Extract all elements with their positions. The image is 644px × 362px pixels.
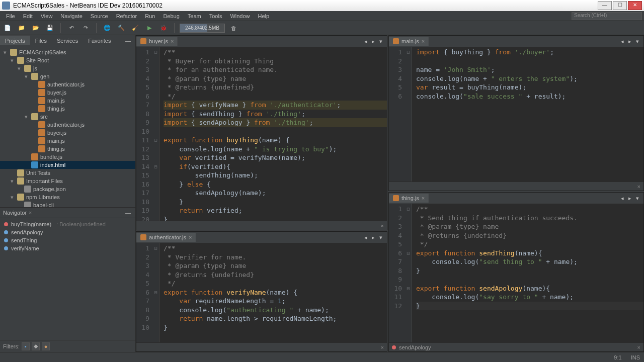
navigator-item[interactable]: verifyName — [0, 244, 135, 252]
file-tab[interactable]: main.js× — [389, 37, 429, 46]
tab-left-icon[interactable]: ◂ — [364, 234, 369, 240]
code-area[interactable]: /** * Buyer for obtaining Thing * for an… — [159, 47, 387, 221]
gc-button[interactable]: 🗑 — [228, 23, 239, 34]
filter-fields-icon[interactable]: ▪ — [22, 342, 30, 350]
menu-source[interactable]: Source — [87, 13, 112, 19]
menu-team[interactable]: Team — [184, 13, 205, 19]
tree-item[interactable]: bundle.js — [0, 153, 135, 161]
project-tree[interactable]: ▾ECMAScript6Sales▾Site Root▾js▾genauthen… — [0, 46, 135, 207]
tree-item[interactable]: main.js — [0, 97, 135, 105]
maximize-button[interactable]: ☐ — [613, 1, 627, 10]
close-tab-icon[interactable]: × — [422, 38, 425, 44]
clean-build-button[interactable]: 🧹 — [130, 23, 141, 34]
menu-window[interactable]: Window — [226, 13, 254, 19]
minimize-panel-icon[interactable]: — — [125, 210, 132, 216]
panel-tab-services[interactable]: Services — [52, 36, 83, 45]
filter-inherited-icon[interactable]: ● — [42, 342, 50, 350]
tree-item[interactable]: main.js — [0, 137, 135, 145]
tab-right-icon[interactable]: ▸ — [372, 234, 376, 240]
tree-item[interactable]: babel-cli — [0, 201, 135, 207]
menu-edit[interactable]: Edit — [19, 13, 37, 19]
tree-item[interactable]: ▾src — [0, 113, 135, 121]
minimize-panel-icon[interactable]: — — [125, 38, 132, 44]
close-pane-icon[interactable]: × — [381, 344, 384, 350]
search-field[interactable]: Search (Ctrl+I) — [572, 12, 642, 20]
tree-item[interactable]: buyer.js — [0, 88, 135, 97]
tree-item[interactable]: ▾npm Libraries — [0, 193, 135, 201]
menu-refactor[interactable]: Refactor — [112, 13, 141, 19]
navigator-item[interactable]: sendApology — [0, 228, 135, 236]
new-file-button[interactable]: 📄 — [2, 23, 13, 34]
code-area[interactable]: import { buyThing } from './buyer'; name… — [412, 47, 643, 182]
tree-item[interactable]: ▾Site Root — [0, 56, 135, 64]
menu-run[interactable]: Run — [141, 13, 159, 19]
tree-item[interactable]: authenticator.js — [0, 121, 135, 129]
tab-menu-icon[interactable]: ▾ — [636, 195, 640, 201]
breadcrumb[interactable]: × — [389, 182, 643, 191]
tab-left-icon[interactable]: ◂ — [621, 195, 625, 201]
breadcrumb[interactable]: sendApology× — [389, 342, 643, 351]
tab-right-icon[interactable]: ▸ — [628, 38, 633, 44]
menu-view[interactable]: View — [37, 13, 57, 19]
menu-navigate[interactable]: Navigate — [56, 13, 86, 19]
breadcrumb[interactable]: × — [136, 221, 387, 230]
tree-item[interactable]: ▾ECMAScript6Sales — [0, 48, 135, 56]
filter-static-icon[interactable]: ◆ — [32, 342, 40, 350]
file-tab[interactable]: authenticator.js× — [136, 233, 196, 242]
editor-main[interactable]: main.js×◂ ▸ ▾ 123456⊟import { buyThing }… — [388, 35, 644, 191]
panel-tab-files[interactable]: Files — [30, 36, 52, 45]
minimize-button[interactable]: — — [598, 1, 612, 10]
code-area[interactable]: /** * Verifier for name. * @param {type}… — [159, 243, 387, 342]
tree-item[interactable]: index.html — [0, 161, 135, 169]
editor-authenticator[interactable]: authenticator.js×◂ ▸ ▾ 12345678910⊟⊟/** … — [136, 231, 387, 352]
tab-menu-icon[interactable]: ▾ — [379, 38, 384, 44]
close-pane-icon[interactable]: × — [381, 223, 384, 229]
menu-tools[interactable]: Tools — [205, 13, 226, 19]
close-button[interactable]: ✕ — [628, 1, 642, 10]
tree-item[interactable]: thing.js — [0, 145, 135, 153]
file-tab[interactable]: thing.js× — [389, 194, 429, 203]
tab-left-icon[interactable]: ◂ — [621, 38, 625, 44]
tab-right-icon[interactable]: ▸ — [628, 195, 633, 201]
editor-thing[interactable]: thing.js×◂ ▸ ▾ 123456789101112⊟⊟⊟/** * S… — [388, 192, 644, 352]
tree-item[interactable]: package.json — [0, 185, 135, 193]
menu-help[interactable]: Help — [254, 13, 274, 19]
tree-item[interactable]: Unit Tests — [0, 169, 135, 177]
tree-item[interactable]: buyer.js — [0, 129, 135, 137]
browser-chrome-icon[interactable]: 🌐 — [102, 23, 113, 34]
open-button[interactable]: 📂 — [30, 23, 41, 34]
panel-tab-favorites[interactable]: Favorites — [83, 36, 116, 45]
navigator-item[interactable]: sendThing — [0, 236, 135, 244]
tree-item[interactable]: ▾js — [0, 64, 135, 72]
tree-item[interactable]: ▾gen — [0, 72, 135, 80]
menu-debug[interactable]: Debug — [159, 13, 183, 19]
undo-button[interactable]: ↶ — [66, 23, 77, 34]
navigator-item[interactable]: buyThing(name): Boolean|undefined — [0, 220, 135, 228]
close-pane-icon[interactable]: × — [637, 344, 640, 350]
heap-indicator[interactable]: 246.8/402.5MB — [180, 24, 225, 33]
tree-item[interactable]: thing.js — [0, 105, 135, 113]
redo-button[interactable]: ↷ — [80, 23, 91, 34]
new-project-button[interactable]: 📁 — [16, 23, 27, 34]
editor-buyer[interactable]: buyer.js×◂ ▸ ▾ 1234567891011121314151617… — [136, 35, 387, 230]
close-tab-icon[interactable]: × — [189, 234, 192, 240]
save-all-button[interactable]: 💾 — [44, 23, 55, 34]
panel-tab-projects[interactable]: Projects — [0, 36, 30, 45]
tab-left-icon[interactable]: ◂ — [364, 38, 369, 44]
file-tab[interactable]: buyer.js× — [136, 37, 178, 46]
tab-menu-icon[interactable]: ▾ — [379, 234, 384, 240]
build-button[interactable]: 🔨 — [116, 23, 127, 34]
close-tab-icon[interactable]: × — [171, 38, 174, 44]
breadcrumb[interactable]: × — [136, 342, 387, 351]
tree-item[interactable]: authenticator.js — [0, 80, 135, 88]
navigator-body[interactable]: buyThing(name): Boolean|undefinedsendApo… — [0, 218, 135, 340]
debug-button[interactable]: 🐞 — [158, 23, 169, 34]
code-area[interactable]: /** * Send thing if authentication succe… — [412, 204, 643, 342]
run-button[interactable]: ▶ — [144, 23, 155, 34]
tree-item[interactable]: ▾Important Files — [0, 177, 135, 185]
close-tab-icon[interactable]: × — [422, 195, 425, 201]
tab-right-icon[interactable]: ▸ — [372, 38, 376, 44]
tab-menu-icon[interactable]: ▾ — [636, 38, 640, 44]
menu-file[interactable]: File — [2, 13, 19, 19]
close-pane-icon[interactable]: × — [637, 184, 640, 190]
